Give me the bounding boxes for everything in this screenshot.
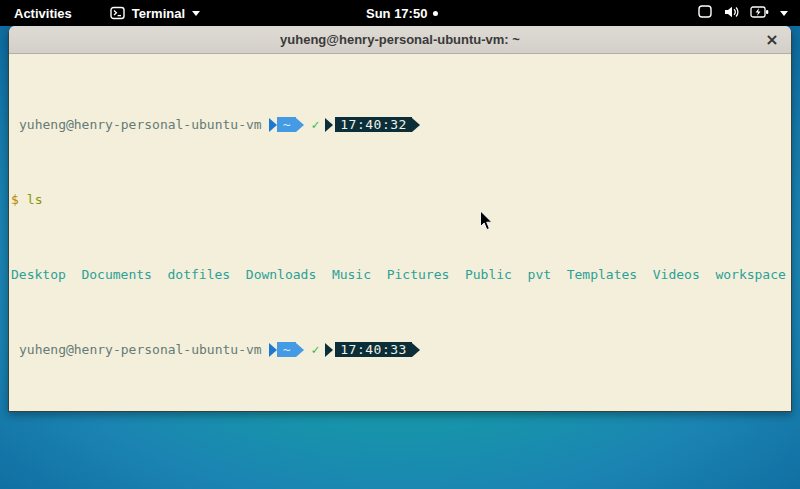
terminal-icon (110, 6, 125, 20)
chevron-down-icon (192, 11, 200, 16)
command-line: $ ls (11, 192, 791, 207)
powerline-arrow-icon (412, 343, 420, 357)
system-status-area[interactable] (696, 0, 790, 26)
battery-charging-icon (750, 6, 769, 21)
chevron-down-icon (780, 11, 788, 16)
typed-command: ls (27, 192, 43, 207)
clock-label: Sun 17:50 (366, 6, 427, 21)
close-button[interactable]: × (761, 29, 783, 51)
prompt-time: 17:40:33 (335, 342, 412, 357)
check-icon: ✓ (311, 342, 319, 357)
powerline-arrow-icon (296, 343, 304, 357)
clock-button[interactable]: Sun 17:50 (366, 0, 438, 26)
powerline-arrow-icon (296, 118, 304, 132)
powerline-arrow-icon (412, 118, 420, 132)
notification-dot (433, 11, 438, 16)
activities-button[interactable]: Activities (10, 6, 76, 21)
screen-share-icon (698, 5, 712, 21)
prompt-time: 17:40:32 (335, 117, 412, 132)
app-menu-terminal[interactable]: Terminal (106, 6, 204, 21)
desktop[interactable]: { "topbar": { "activities": "Activities"… (0, 0, 800, 489)
prompt-user-host: yuheng@henry-personal-ubuntu-vm (11, 117, 262, 132)
powerline-arrow-icon (269, 343, 277, 357)
terminal-body[interactable]: yuheng@henry-personal-ubuntu-vm ~ ✓ 17:4… (9, 54, 791, 411)
prompt-line: yuheng@henry-personal-ubuntu-vm ~ ✓ 17:4… (11, 117, 791, 132)
gnome-top-bar: Activities Terminal Sun 17:50 (0, 0, 800, 26)
window-titlebar[interactable]: yuheng@henry-personal-ubuntu-vm: ~ × (9, 26, 791, 54)
powerline-arrow-icon (325, 343, 333, 357)
prompt-cwd: ~ (277, 342, 297, 357)
powerline-arrow-icon (269, 118, 277, 132)
window-title: yuheng@henry-personal-ubuntu-vm: ~ (280, 32, 520, 47)
prompt-line: yuheng@henry-personal-ubuntu-vm ~ ✓ 17:4… (11, 342, 791, 357)
prompt-dollar: $ (11, 192, 19, 207)
volume-icon (723, 5, 739, 22)
check-icon: ✓ (311, 117, 319, 132)
app-menu-label: Terminal (132, 6, 185, 21)
prompt-user-host: yuheng@henry-personal-ubuntu-vm (11, 342, 262, 357)
mouse-cursor-icon (479, 210, 494, 236)
ls-output: Desktop Documents dotfiles Downloads Mus… (11, 267, 791, 282)
powerline-arrow-icon (325, 118, 333, 132)
terminal-window: yuheng@henry-personal-ubuntu-vm: ~ × yuh… (8, 26, 792, 412)
prompt-cwd: ~ (277, 117, 297, 132)
